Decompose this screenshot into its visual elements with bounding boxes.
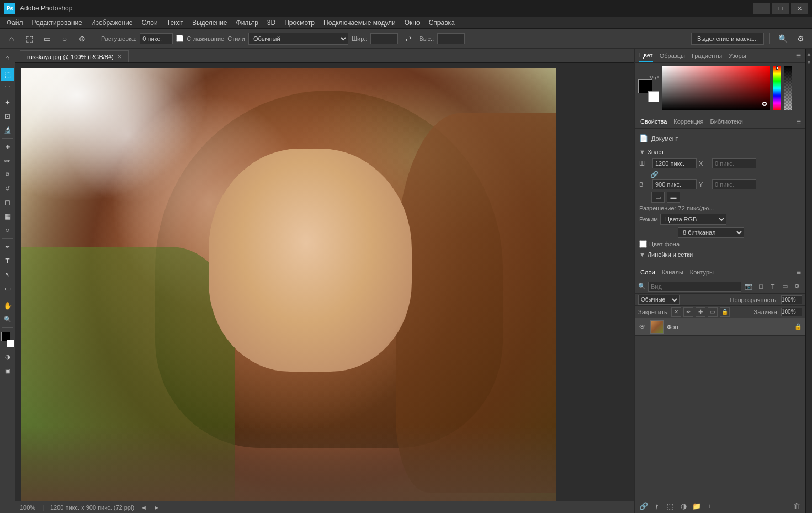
rulers-section-header[interactable]: ▼ Линейки и сетки bbox=[639, 251, 801, 258]
mode-select[interactable]: Цвета RGB CMYK Grayscale bbox=[660, 214, 726, 225]
search-btn[interactable]: 🔍 bbox=[776, 31, 790, 46]
canvas-section-header[interactable]: ▼ Холст bbox=[639, 149, 801, 155]
menu-image[interactable]: Изображение bbox=[87, 18, 137, 28]
tool-magic-wand[interactable]: ✦ bbox=[1, 96, 14, 109]
toolbar-home-btn[interactable]: ⌂ bbox=[4, 31, 19, 46]
style-select[interactable]: Обычный Фиксированное соотношение Фиксир… bbox=[248, 33, 348, 45]
layer-mask-btn[interactable]: ◻ bbox=[756, 282, 766, 292]
menu-plugins[interactable]: Подключаемые модули bbox=[319, 18, 400, 28]
workspace-btn[interactable]: ⚙ bbox=[793, 31, 808, 46]
layer-snap-btn[interactable]: ⚙ bbox=[792, 282, 802, 292]
props-panel-options[interactable]: ≡ bbox=[797, 117, 801, 126]
layer-text-btn[interactable]: T bbox=[768, 282, 778, 292]
bit-select[interactable]: 8 бит/канал 16 бит/канал 32 бит/канал bbox=[678, 227, 744, 238]
close-button[interactable]: ✕ bbox=[791, 3, 808, 14]
toolbar-rect-btn[interactable]: ▭ bbox=[40, 31, 54, 46]
menu-file[interactable]: Файл bbox=[2, 18, 28, 28]
tool-lasso[interactable]: ⌒ bbox=[1, 82, 14, 95]
portrait-btn[interactable]: ▭ bbox=[651, 192, 665, 203]
nav-next[interactable]: ► bbox=[153, 504, 160, 511]
menu-view[interactable]: Просмотр bbox=[280, 18, 319, 28]
tool-pen[interactable]: ✒ bbox=[1, 240, 14, 253]
tool-screen-mode[interactable]: ▣ bbox=[1, 364, 14, 377]
fill-checkbox[interactable] bbox=[639, 240, 647, 248]
canvas-height-input[interactable] bbox=[652, 179, 697, 189]
fg-bg-colors[interactable] bbox=[1, 332, 14, 347]
width-input[interactable] bbox=[370, 33, 398, 44]
landscape-btn[interactable]: ▬ bbox=[667, 192, 680, 203]
menu-window[interactable]: Окно bbox=[400, 18, 424, 28]
tool-text[interactable]: T bbox=[1, 254, 14, 267]
tool-path-select[interactable]: ↖ bbox=[1, 268, 14, 281]
new-layer-btn[interactable]: + bbox=[704, 501, 715, 512]
nav-prev[interactable]: ◄ bbox=[141, 504, 147, 511]
bg-color-swatch[interactable] bbox=[648, 91, 659, 102]
layers-panel-options[interactable]: ≡ bbox=[797, 268, 801, 277]
canvas-container[interactable] bbox=[15, 63, 634, 501]
toolbar-ellipse-btn[interactable]: ○ bbox=[57, 31, 72, 46]
color-tab-gradients[interactable]: Градиенты bbox=[692, 50, 722, 61]
tool-quick-mask[interactable]: ◑ bbox=[1, 350, 14, 363]
tool-shape[interactable]: ▭ bbox=[1, 282, 14, 295]
canvas-y-input[interactable] bbox=[712, 179, 756, 189]
new-layer-from-btn[interactable]: 📷 bbox=[744, 282, 753, 292]
new-group-btn[interactable]: 📁 bbox=[691, 501, 702, 512]
layers-search-input[interactable] bbox=[648, 282, 741, 292]
layer-background[interactable]: 👁 Фон 🔒 bbox=[635, 318, 805, 336]
tool-history[interactable]: ↺ bbox=[1, 182, 14, 195]
collapse-bottom-arrow[interactable]: ▼ bbox=[806, 59, 812, 65]
link-layers-btn[interactable]: 🔗 bbox=[638, 501, 649, 512]
tool-marquee[interactable]: ⬚ bbox=[1, 68, 14, 81]
tab-russkaya[interactable]: russkaya.jpg @ 100% (RGB/8#) ✕ bbox=[20, 50, 129, 62]
layer-shape-btn[interactable]: ▭ bbox=[780, 282, 790, 292]
fill-input[interactable] bbox=[781, 308, 802, 316]
toolbar-target-btn[interactable]: ⊕ bbox=[75, 31, 89, 46]
tool-gradient[interactable]: ▦ bbox=[1, 209, 14, 223]
color-gradient-box[interactable] bbox=[662, 66, 770, 110]
color-panel-options[interactable]: ≡ bbox=[796, 51, 801, 61]
height-input[interactable] bbox=[437, 33, 465, 44]
smooth-checkbox[interactable] bbox=[176, 35, 183, 42]
swap-btn[interactable]: ⇄ bbox=[401, 31, 416, 46]
lock-position-btn[interactable]: ✚ bbox=[696, 307, 705, 317]
tab-close-btn[interactable]: ✕ bbox=[117, 54, 121, 60]
hue-strip[interactable] bbox=[773, 66, 781, 110]
layer-eye-btn[interactable]: 👁 bbox=[638, 322, 647, 331]
maximize-button[interactable]: □ bbox=[772, 3, 789, 14]
tool-healing[interactable]: ✚ bbox=[1, 140, 14, 154]
menu-edit[interactable]: Редактирование bbox=[28, 18, 87, 28]
tool-home[interactable]: ⌂ bbox=[1, 51, 14, 64]
menu-layers[interactable]: Слои bbox=[137, 18, 162, 28]
layers-tab-layers[interactable]: Слои bbox=[639, 267, 656, 278]
menu-filter[interactable]: Фильтр bbox=[232, 18, 263, 28]
alpha-strip[interactable] bbox=[784, 66, 792, 110]
adjustment-btn[interactable]: ◑ bbox=[678, 501, 689, 512]
tool-dodge[interactable]: ○ bbox=[1, 223, 14, 236]
tool-eraser[interactable]: ◻ bbox=[1, 195, 14, 209]
tool-clone[interactable]: ⧉ bbox=[1, 168, 14, 181]
blend-mode-select[interactable]: Обычные Умножение Экран bbox=[638, 295, 680, 305]
tool-eyedropper[interactable]: 🔬 bbox=[1, 123, 14, 136]
layers-tab-channels[interactable]: Каналы bbox=[661, 267, 684, 278]
swap-colors-btn[interactable]: ⇄ bbox=[655, 75, 659, 80]
delete-layer-btn[interactable]: 🗑 bbox=[791, 501, 802, 512]
collapse-top-arrow[interactable]: ▲ bbox=[806, 51, 812, 57]
lock-artboard-btn[interactable]: ▭ bbox=[708, 307, 718, 317]
layers-tab-paths[interactable]: Контуры bbox=[689, 267, 715, 278]
menu-select[interactable]: Выделение bbox=[188, 18, 232, 28]
lock-all-btn[interactable]: 🔒 bbox=[720, 307, 730, 317]
tool-crop[interactable]: ⊡ bbox=[1, 109, 14, 123]
color-tab-patterns[interactable]: Узоры bbox=[729, 50, 746, 61]
canvas-x-input[interactable] bbox=[712, 158, 756, 168]
opacity-input[interactable] bbox=[781, 295, 802, 304]
toolbar-marquee-btn[interactable]: ⬚ bbox=[22, 31, 36, 46]
menu-text[interactable]: Текст bbox=[162, 18, 188, 28]
canvas-width-input[interactable] bbox=[652, 158, 697, 168]
minimize-button[interactable]: — bbox=[753, 3, 770, 14]
add-mask-btn[interactable]: ⬚ bbox=[665, 501, 676, 512]
color-tab-color[interactable]: Цвет bbox=[639, 50, 653, 62]
feather-input[interactable] bbox=[140, 33, 173, 44]
lock-image-btn[interactable]: ✒ bbox=[683, 307, 693, 317]
lock-pixels-btn[interactable]: ✕ bbox=[671, 307, 681, 317]
mask-btn[interactable]: Выделение и маска... bbox=[691, 33, 764, 45]
